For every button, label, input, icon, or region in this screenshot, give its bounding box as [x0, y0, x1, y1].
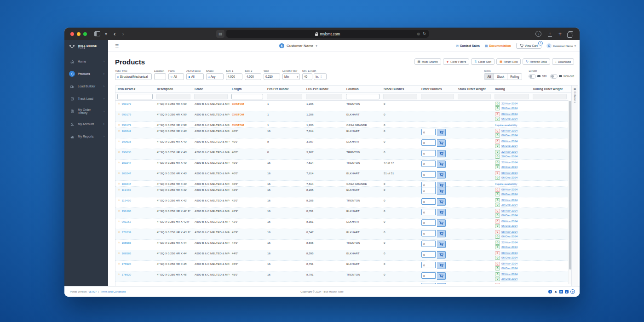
account-menu[interactable]: C Customer Name ▾ — [546, 43, 576, 48]
rolling-date-link[interactable]: 08-Nov-2024 — [501, 209, 518, 213]
close-window-icon[interactable] — [70, 32, 74, 36]
item-number-link[interactable]: 190633 — [121, 140, 131, 143]
item-number-link[interactable]: 178339 — [121, 230, 131, 234]
brand-logo[interactable]: BULL MOOSE TUBE — [64, 40, 108, 55]
item-number-link[interactable]: 178920 — [121, 273, 131, 276]
download-button[interactable]: ↓Download — [552, 58, 574, 65]
order-quantity-input[interactable]: 0 — [421, 188, 436, 194]
rolling-date-link[interactable]: 20-Dec-2024 — [501, 203, 518, 207]
columns-panel-tab[interactable]: ▦ Columns — [571, 86, 578, 292]
documentation-link[interactable]: ▤ Documentation — [485, 44, 511, 48]
favorite-star-icon[interactable]: ☆ — [118, 262, 120, 265]
downloads-icon[interactable]: ↓ — [535, 31, 541, 37]
contact-sales-link[interactable]: ✉ Contact Sales — [456, 44, 480, 48]
filter-astm-spec-input[interactable]: ◆All — [186, 73, 204, 80]
order-quantity-input[interactable]: 0 — [421, 139, 436, 146]
rolling-date-link[interactable]: 20-Dec-2024 — [501, 277, 518, 281]
order-quantity-input[interactable]: 0 — [421, 171, 436, 178]
filter-shape-input[interactable]: □Any — [206, 73, 224, 80]
rolling-date-link[interactable]: 06-Dec-2024 — [501, 193, 518, 196]
items-segment-rolling[interactable]: Rolling — [507, 74, 522, 80]
item-number-link[interactable]: 115868 — [121, 283, 131, 284]
rolling-date-link[interactable]: 22-Nov-2024 — [501, 241, 518, 245]
column-header-order-bundles[interactable]: Order Bundles — [419, 86, 456, 92]
item-number-link[interactable]: 100247 — [121, 161, 131, 164]
favorite-star-icon[interactable]: ☆ — [118, 140, 120, 143]
rolling-date-link[interactable]: 06-Dec-2024 — [501, 235, 518, 239]
order-quantity-input[interactable]: 0 — [421, 161, 436, 167]
customer-selector[interactable]: Customer Name ▾ — [279, 43, 317, 48]
add-to-cart-button[interactable] — [437, 272, 446, 280]
item-number-link[interactable]: 119430 — [121, 199, 131, 202]
rolling-date-link[interactable]: 06-Dec-2024 — [501, 176, 518, 180]
tab-overview-icon[interactable] — [568, 31, 573, 36]
rolling-date-link[interactable]: 22-Nov-2024 — [501, 161, 518, 165]
add-to-cart-button[interactable] — [437, 230, 446, 237]
item-number-link[interactable]: 991162 — [121, 220, 131, 223]
filter-min-length-input[interactable]: 40 — [302, 73, 312, 80]
item-number-link[interactable]: 990179 — [121, 113, 131, 116]
favorite-star-icon[interactable]: ☆ — [118, 273, 120, 276]
column-header-pcs-per-bundle[interactable]: Pcs Per Bundle — [265, 86, 304, 92]
favorite-star-icon[interactable]: ☆ — [118, 209, 120, 212]
item-number-link[interactable]: 190633 — [121, 150, 131, 154]
item-number-link[interactable]: 191686 — [121, 209, 131, 213]
add-to-cart-button[interactable] — [437, 251, 446, 259]
sidebar-panel-icon[interactable] — [94, 31, 100, 36]
rolling-date-link[interactable]: 06-Dec-2024 — [501, 267, 518, 270]
column-header-length[interactable]: Length — [230, 86, 265, 92]
favorite-star-icon[interactable]: ☆ — [118, 102, 120, 105]
column-header-location[interactable]: Location — [344, 86, 381, 92]
facebook-icon[interactable]: f — [548, 290, 552, 293]
order-quantity-input[interactable]: 0 — [421, 251, 436, 258]
rolling-date-link[interactable]: 06-Dec-2024 — [501, 117, 518, 121]
add-to-cart-button[interactable] — [437, 283, 446, 284]
column-header-item-part-[interactable]: Item #/Part # — [115, 86, 155, 92]
rolling-date-link[interactable]: 20-Dec-2024 — [501, 107, 518, 110]
add-to-cart-button[interactable] — [437, 241, 446, 248]
order-quantity-input[interactable]: 0 — [421, 198, 436, 205]
favorite-star-icon[interactable]: ☆ — [118, 123, 120, 126]
item-number-link[interactable]: 990179 — [121, 123, 131, 126]
linkedin-icon[interactable]: in — [559, 290, 563, 293]
rolling-date-link[interactable]: 08-Nov-2024 — [501, 113, 518, 116]
youtube-icon[interactable]: ▶ — [565, 290, 569, 293]
add-to-cart-button[interactable] — [437, 198, 446, 206]
add-to-cart-button[interactable] — [437, 161, 446, 168]
favorite-star-icon[interactable]: ☆ — [118, 241, 120, 244]
zoom-window-icon[interactable] — [83, 32, 87, 36]
order-quantity-input[interactable]: 0 — [421, 230, 436, 236]
filter-size-2-input[interactable]: 4.000 — [245, 73, 261, 80]
rolling-date-link[interactable]: 06-Dec-2024 — [501, 134, 518, 138]
order-quantity-input[interactable]: 0 — [421, 283, 436, 284]
column-header-stock-order-weight[interactable]: Stock Order Weight — [456, 86, 493, 92]
step-down-icon[interactable]: ▾ — [321, 77, 322, 78]
sidebar-item-load-builder[interactable]: Load Builder› — [64, 80, 108, 92]
rolling-date-link[interactable]: 20-Dec-2024 — [501, 246, 518, 249]
column-filter-input[interactable] — [346, 94, 380, 99]
sidebar-item-home[interactable]: Home› — [64, 55, 108, 68]
add-to-cart-button[interactable] — [437, 139, 446, 147]
rolling-date-link[interactable]: 20-Dec-2024 — [501, 155, 518, 159]
new-tab-icon[interactable]: + — [558, 31, 562, 37]
rolling-date-link[interactable]: 08-Nov-2024 — [501, 129, 518, 133]
items-segment-stock[interactable]: Stock — [494, 74, 507, 80]
favorite-star-icon[interactable]: ☆ — [118, 113, 120, 115]
sidebar-item-products[interactable]: Products› — [64, 68, 108, 80]
extension-icon[interactable]: ▤ — [216, 30, 224, 38]
favorite-star-icon[interactable]: ☆ — [118, 150, 120, 153]
add-to-cart-button[interactable] — [437, 129, 446, 136]
rolling-date-link[interactable]: 08-Nov-2024 — [501, 220, 518, 224]
stepper-arrows-icon[interactable]: ▴▾ — [321, 75, 322, 77]
favorite-star-icon[interactable]: ☆ — [118, 230, 120, 233]
filter-unit-stepper[interactable]: In.▴▾ — [314, 73, 327, 80]
item-number-link[interactable]: 108585 — [121, 241, 131, 244]
url-bar[interactable]: ▤ mybmt.com ◎ ↻ — [216, 30, 429, 38]
sidebar-item-track-load[interactable]: Track Load› — [64, 92, 108, 105]
refresh-data-button[interactable]: ↻Refresh Data — [523, 58, 550, 65]
rolling-date-link[interactable]: 22-Nov-2024 — [501, 150, 518, 154]
add-to-cart-button[interactable] — [437, 209, 446, 216]
sidebar-item-my-account[interactable]: My Account› — [64, 118, 108, 130]
add-to-cart-button[interactable] — [437, 171, 446, 178]
toggle-non-std[interactable]: Non-Std — [550, 74, 574, 79]
